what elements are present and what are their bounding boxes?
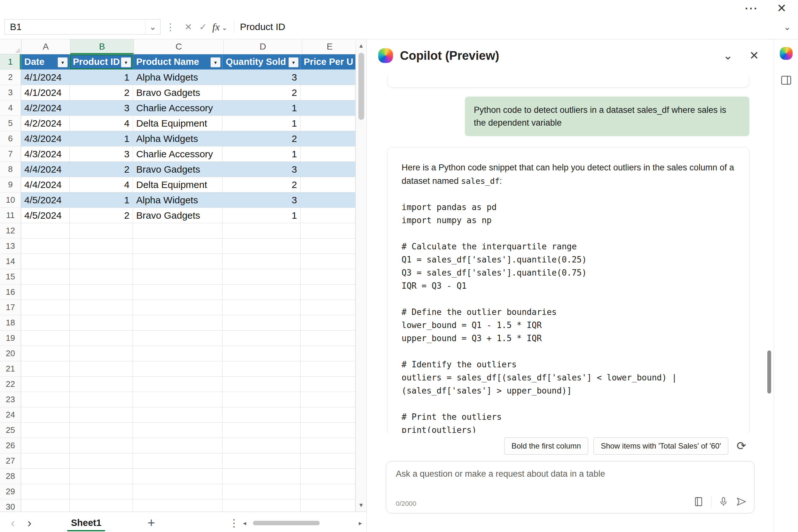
copilot-rail-icon[interactable]: [777, 44, 795, 62]
window-more-icon[interactable]: ⋯: [744, 2, 758, 15]
row-header-18[interactable]: 18: [0, 315, 21, 330]
grid-cell[interactable]: [133, 423, 223, 438]
grid-cell[interactable]: [301, 315, 356, 330]
grid-cell[interactable]: [223, 453, 301, 469]
header-cell-product-id[interactable]: Product ID▾: [70, 54, 133, 70]
grid-cell[interactable]: Bravo Gadgets: [133, 162, 223, 177]
sheet-options-icon[interactable]: ⋮: [227, 517, 241, 529]
grid-cell[interactable]: 1: [223, 100, 301, 116]
grid-cell[interactable]: 2: [223, 177, 301, 192]
grid-cell[interactable]: 3: [70, 147, 133, 162]
grid-cell[interactable]: [70, 392, 133, 407]
row-header-28[interactable]: 28: [0, 469, 21, 484]
grid-cell[interactable]: [223, 346, 301, 361]
grid-cell[interactable]: [133, 361, 223, 377]
grid-cell[interactable]: [301, 377, 356, 392]
grid-cell[interactable]: [70, 469, 133, 484]
grid-cell[interactable]: [223, 254, 301, 269]
grid-cell[interactable]: [133, 346, 223, 361]
header-cell-date[interactable]: Date▾: [21, 54, 70, 70]
filter-button[interactable]: ▾: [58, 57, 68, 68]
row-header-23[interactable]: 23: [0, 392, 21, 407]
grid-cell[interactable]: [21, 469, 70, 484]
grid-cell[interactable]: [223, 269, 301, 285]
insert-function-icon[interactable]: fx: [212, 21, 220, 33]
grid-cell[interactable]: [70, 499, 133, 512]
formula-bar-expand-icon[interactable]: ⌄: [784, 22, 791, 32]
send-icon[interactable]: [736, 496, 747, 509]
grid-cell[interactable]: [21, 254, 70, 269]
grid-cell[interactable]: 4/1/2024: [21, 85, 70, 100]
grid-cell[interactable]: [133, 392, 223, 407]
grid-cell[interactable]: [21, 423, 70, 438]
grid-cell[interactable]: [21, 484, 70, 499]
vertical-scrollbar[interactable]: ▲ ▼: [356, 39, 366, 512]
grid-cell[interactable]: Delta Equipment: [133, 177, 223, 192]
name-box-chevron-icon[interactable]: ⌄: [145, 19, 160, 34]
grid-cell[interactable]: [70, 407, 133, 423]
grid-cell[interactable]: [301, 346, 356, 361]
grid-cell[interactable]: [301, 300, 356, 315]
grid-cell[interactable]: 1: [223, 208, 301, 223]
row-header-25[interactable]: 25: [0, 423, 21, 438]
grid-cell[interactable]: [301, 254, 356, 269]
grid-cell[interactable]: [223, 330, 301, 346]
grid-cell[interactable]: 2: [70, 208, 133, 223]
row-header-19[interactable]: 19: [0, 330, 21, 346]
grid-cell[interactable]: [301, 177, 356, 192]
grid-cell[interactable]: 3: [223, 162, 301, 177]
grid-cell[interactable]: [70, 254, 133, 269]
grid-cell[interactable]: [301, 162, 356, 177]
row-header-16[interactable]: 16: [0, 285, 21, 300]
copilot-scrollbar-thumb[interactable]: [767, 350, 771, 394]
grid-cell[interactable]: 1: [223, 147, 301, 162]
filter-button[interactable]: ▾: [121, 57, 131, 68]
row-header-9[interactable]: 9: [0, 177, 21, 192]
grid-cell[interactable]: [21, 407, 70, 423]
grid-cell[interactable]: [301, 192, 356, 208]
grid-cell[interactable]: [70, 377, 133, 392]
formula-confirm-icon[interactable]: ✓: [196, 22, 210, 32]
next-sheet-icon[interactable]: ›: [21, 517, 38, 529]
formula-bar-dots-icon[interactable]: ⋮: [166, 21, 175, 33]
grid-cell[interactable]: [133, 438, 223, 453]
row-header-22[interactable]: 22: [0, 377, 21, 392]
grid-cell[interactable]: [223, 315, 301, 330]
grid-cell[interactable]: 4/4/2024: [21, 162, 70, 177]
grid-cell[interactable]: 4: [70, 177, 133, 192]
horizontal-scrollbar[interactable]: ◂ ▸: [243, 519, 362, 527]
formula-cancel-icon[interactable]: ✕: [181, 22, 196, 32]
grid-cell[interactable]: [223, 423, 301, 438]
grid-cell[interactable]: 2: [70, 85, 133, 100]
grid-cell[interactable]: [70, 438, 133, 453]
grid-cell[interactable]: 4/1/2024: [21, 70, 70, 85]
grid-cell[interactable]: [70, 269, 133, 285]
notebook-icon[interactable]: [693, 496, 704, 508]
grid-cell[interactable]: [70, 239, 133, 254]
header-cell-product-name[interactable]: Product Name▾: [133, 54, 223, 70]
row-header-24[interactable]: 24: [0, 407, 21, 423]
grid-cell[interactable]: [223, 239, 301, 254]
grid-cell[interactable]: 4/3/2024: [21, 131, 70, 147]
grid-cell[interactable]: [21, 269, 70, 285]
grid-cell[interactable]: [21, 223, 70, 239]
row-header-29[interactable]: 29: [0, 484, 21, 499]
row-header-8[interactable]: 8: [0, 162, 21, 177]
copilot-input[interactable]: Ask a question or make a request about d…: [386, 461, 755, 513]
scroll-right-icon[interactable]: ▸: [359, 519, 362, 527]
filter-button[interactable]: ▾: [288, 57, 299, 68]
grid-cell[interactable]: 1: [70, 192, 133, 208]
grid-cell[interactable]: [21, 239, 70, 254]
grid-cell[interactable]: [301, 469, 356, 484]
row-header-17[interactable]: 17: [0, 300, 21, 315]
row-header-5[interactable]: 5: [0, 116, 21, 131]
grid-cell[interactable]: [133, 269, 223, 285]
grid-cell[interactable]: [223, 377, 301, 392]
grid-cell[interactable]: [301, 423, 356, 438]
grid-cell[interactable]: [21, 453, 70, 469]
grid-cell[interactable]: [133, 239, 223, 254]
grid-cell[interactable]: [223, 361, 301, 377]
select-all-corner[interactable]: [0, 39, 21, 54]
grid-cell[interactable]: [133, 315, 223, 330]
grid-cell[interactable]: [223, 223, 301, 239]
